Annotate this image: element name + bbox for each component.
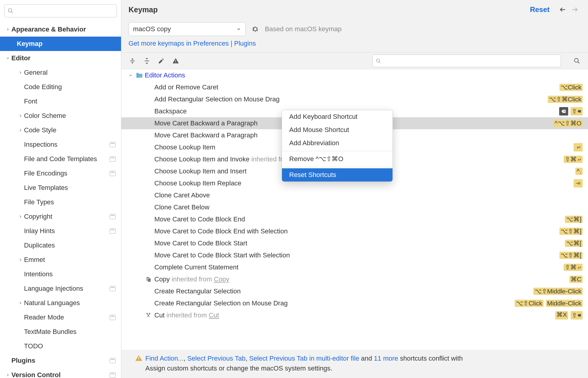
folder-icon (136, 72, 143, 78)
sidebar-item[interactable]: File Encodings (0, 166, 121, 181)
shortcut-cell: ⌥⇧⌘] (559, 228, 583, 235)
action-row[interactable]: Move Caret to Code Block End⌥⌘] (121, 213, 588, 225)
chevron-right-icon (4, 373, 11, 377)
action-row[interactable]: Cut inherited from Cut⌘X⇧ (121, 309, 588, 321)
shortcut-badge: ⌘X (555, 311, 568, 320)
sidebar-item[interactable]: Editor (0, 51, 121, 65)
shortcut-cell (574, 143, 583, 152)
inherited-label: inherited from Copy (170, 275, 229, 283)
sidebar-item[interactable]: Reader Mode (0, 310, 121, 325)
sidebar-item[interactable]: Copyright (0, 209, 121, 224)
sidebar-item-label: Intentions (24, 270, 53, 278)
shortcut-cell: ⌘C (569, 276, 583, 283)
sidebar-item[interactable]: Code Style (0, 123, 121, 137)
conflict-link-3[interactable]: Select Previous Tab in multi-editor file (249, 355, 359, 362)
action-label: Create Rectangular Selection (154, 287, 533, 295)
main-panel: Keymap Reset macOS copy Based on macOS k… (121, 0, 588, 378)
get-more-link[interactable]: Get more keymaps in Preferences | Plugin… (129, 40, 256, 47)
sidebar-item[interactable]: Inlay Hints (0, 224, 121, 238)
shortcut-cell: ^. (575, 168, 583, 175)
sidebar-item[interactable]: TODO (0, 339, 121, 353)
sidebar-item-label: TODO (24, 342, 43, 350)
action-row[interactable]: Create Rectangular Selection on Mouse Dr… (121, 297, 588, 309)
inherited-label: inherited from Cut (165, 311, 219, 319)
sidebar-item[interactable]: File and Code Templates (0, 152, 121, 166)
conflict-more-link[interactable]: 11 more (374, 355, 398, 362)
nav-forward-button (569, 4, 581, 16)
page-title: Keymap (129, 5, 530, 14)
action-label: Move Caret to Code Block End with Select… (154, 227, 559, 235)
action-search[interactable] (372, 55, 561, 67)
expand-all-icon[interactable] (129, 57, 136, 65)
action-search-input[interactable] (383, 58, 558, 64)
action-row[interactable]: Move Caret to Code Block Start with Sele… (121, 249, 588, 261)
sidebar-item-label: TextMate Bundles (24, 328, 77, 336)
sidebar-item[interactable]: General (0, 65, 121, 80)
warning-icon[interactable] (172, 57, 180, 65)
ctx-add-abbrev[interactable]: Add Abbreviation (282, 136, 393, 150)
conflict-text: shortcuts conflict with (400, 355, 463, 362)
settings-tree[interactable]: Appearance & BehaviorKeymapEditorGeneral… (0, 20, 121, 378)
sidebar-item[interactable]: Keymap (0, 37, 121, 51)
sidebar-item[interactable]: TextMate Bundles (0, 325, 121, 339)
sidebar-item-label: Natural Languages (24, 299, 80, 307)
sidebar-item[interactable]: Language Injections (0, 281, 121, 296)
action-row[interactable]: Add or Remove Caret⌥Click (121, 81, 588, 93)
sidebar-item[interactable]: File Types (0, 195, 121, 209)
sidebar-item[interactable]: Font (0, 94, 121, 109)
sidebar-item-label: Language Injections (24, 285, 83, 292)
action-row[interactable]: Complete Current Statement⇧⌘ (121, 261, 588, 273)
ctx-reset-shortcuts[interactable]: Reset Shortcuts (282, 168, 393, 182)
edit-icon[interactable] (157, 57, 165, 65)
scope-badge-icon (110, 228, 116, 234)
copy-icon (145, 276, 154, 282)
sidebar-search[interactable] (4, 4, 117, 17)
shortcut-badge: ^⌥⇧⌘O (553, 120, 583, 127)
shortcut-badge: ⌥⌘[ (565, 240, 583, 247)
action-row[interactable]: Create Rectangular Selection⌥⇧Middle-Cli… (121, 285, 588, 297)
sidebar-item[interactable]: Natural Languages (0, 296, 121, 310)
category-row[interactable]: Editor Actions (121, 69, 588, 81)
sidebar-search-input[interactable] (16, 8, 114, 14)
action-tree[interactable]: Editor Actions Add or Remove Caret⌥Click… (121, 69, 588, 350)
search-icon (8, 8, 14, 14)
action-row[interactable]: Move Caret to Code Block Start⌥⌘[ (121, 237, 588, 249)
sidebar-item[interactable]: Plugins (0, 353, 121, 368)
sidebar-item[interactable]: Duplicates (0, 238, 121, 253)
action-label: Move Caret to Code Block Start with Sele… (154, 251, 559, 259)
sidebar-item[interactable]: Appearance & Behavior (0, 22, 121, 37)
sidebar-item-label: Emmet (24, 256, 45, 264)
action-row[interactable]: Move Caret to Code Block End with Select… (121, 225, 588, 237)
sidebar-item[interactable]: Intentions (0, 267, 121, 281)
sidebar-item-label: Reader Mode (24, 314, 64, 321)
sidebar-item[interactable]: Inspections (0, 137, 121, 152)
ctx-add-mouse[interactable]: Add Mouse Shortcut (282, 123, 393, 136)
conflict-link-2[interactable]: Select Previous Tab (187, 355, 245, 362)
keymap-dropdown[interactable]: macOS copy (129, 22, 246, 36)
ctx-remove[interactable]: Remove ^⌥⇧⌘O (282, 152, 393, 166)
action-row[interactable]: Clone Caret Below (121, 201, 588, 213)
chevron-right-icon (17, 70, 24, 75)
sidebar-item[interactable]: Emmet (0, 253, 121, 267)
reset-link[interactable]: Reset (530, 5, 550, 14)
nav-back-button[interactable] (557, 4, 569, 16)
sidebar-item[interactable]: Live Templates (0, 181, 121, 195)
sidebar-item[interactable]: Code Editing (0, 80, 121, 94)
warning-icon (135, 355, 142, 362)
header: Keymap Reset (121, 0, 588, 19)
ctx-add-keyboard[interactable]: Add Keyboard Shortcut (282, 110, 393, 123)
scope-badge-icon (110, 315, 116, 320)
sidebar-item-label: Keymap (17, 40, 43, 48)
gear-icon[interactable] (251, 25, 259, 33)
conflict-link-1[interactable]: Find Action... (145, 355, 183, 362)
sidebar-item-label: Color Scheme (24, 112, 66, 120)
action-row[interactable]: Copy inherited from Copy⌘C (121, 273, 588, 285)
sidebar-item-label: Copyright (24, 213, 52, 220)
svg-point-3 (147, 313, 147, 314)
collapse-all-icon[interactable] (143, 57, 151, 65)
sidebar-item[interactable]: Version Control (0, 368, 121, 378)
find-shortcut-icon[interactable] (573, 57, 581, 65)
sidebar-item[interactable]: Color Scheme (0, 109, 121, 123)
action-row[interactable]: Clone Caret Above (121, 189, 588, 201)
action-row[interactable]: Add Rectangular Selection on Mouse Drag⌥… (121, 93, 588, 105)
